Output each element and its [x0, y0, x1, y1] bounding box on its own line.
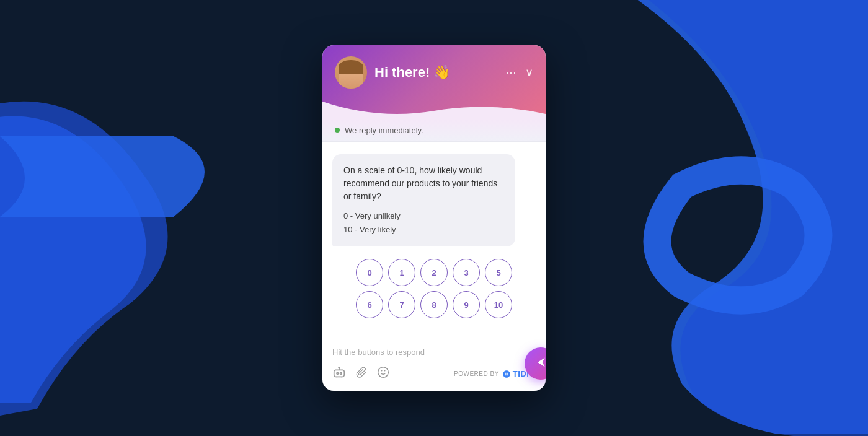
svg-point-2: [340, 373, 342, 375]
number-row-1: 0 1 2 3 5: [332, 259, 536, 286]
powered-by: POWERED BY TIDIO: [454, 369, 536, 378]
number-btn-10[interactable]: 10: [485, 291, 512, 318]
number-btn-2[interactable]: 2: [420, 259, 448, 286]
number-row-2: 6 7 8 9 10: [332, 291, 536, 318]
number-btn-5[interactable]: 5: [485, 259, 512, 286]
avatar: [335, 56, 367, 89]
emoji-icon[interactable]: [377, 366, 389, 381]
number-btn-6[interactable]: 6: [356, 291, 383, 318]
svg-rect-0: [334, 370, 345, 377]
message-scale: 0 - Very unlikely 10 - Very likely: [343, 209, 504, 237]
number-btn-3[interactable]: 3: [453, 259, 480, 286]
powered-by-text: POWERED BY: [454, 370, 499, 377]
number-btn-9[interactable]: 9: [453, 291, 480, 318]
chat-footer: Hit the buttons to respond: [322, 336, 546, 391]
number-btn-7[interactable]: 7: [388, 291, 415, 318]
minimize-icon[interactable]: ∨: [525, 66, 533, 79]
header-greeting: Hi there! 👋: [374, 64, 498, 81]
scale-high: 10 - Very likely: [343, 223, 504, 237]
svg-point-4: [378, 367, 389, 378]
svg-point-3: [339, 367, 340, 368]
number-btn-0[interactable]: 0: [356, 259, 383, 286]
attachment-icon[interactable]: [356, 365, 367, 382]
more-options-icon[interactable]: ⋯: [505, 66, 516, 79]
avatar-hair: [339, 60, 363, 74]
status-bar: We reply immediately.: [322, 120, 546, 142]
input-placeholder: Hit the buttons to respond: [332, 344, 536, 360]
footer-toolbar: POWERED BY TIDIO: [332, 365, 536, 382]
message-question: On a scale of 0-10, how likely would rec…: [343, 164, 504, 203]
message-bubble: On a scale of 0-10, how likely would rec…: [332, 154, 515, 246]
send-icon: [535, 356, 546, 372]
chat-widget: Hi there! 👋 ⋯ ∨ We reply immediately. On…: [322, 45, 546, 391]
number-btn-1[interactable]: 1: [388, 259, 415, 286]
online-status-dot: [335, 128, 340, 133]
chat-header: Hi there! 👋 ⋯ ∨: [322, 45, 546, 120]
status-text: We reply immediately.: [345, 126, 423, 135]
header-icons: ⋯ ∨: [505, 66, 533, 79]
chat-body: On a scale of 0-10, how likely would rec…: [322, 142, 546, 336]
svg-point-1: [337, 373, 339, 375]
bot-icon[interactable]: [332, 365, 346, 382]
scale-low: 0 - Very unlikely: [343, 209, 504, 223]
avatar-face: [339, 61, 363, 89]
number-btn-8[interactable]: 8: [420, 291, 448, 318]
